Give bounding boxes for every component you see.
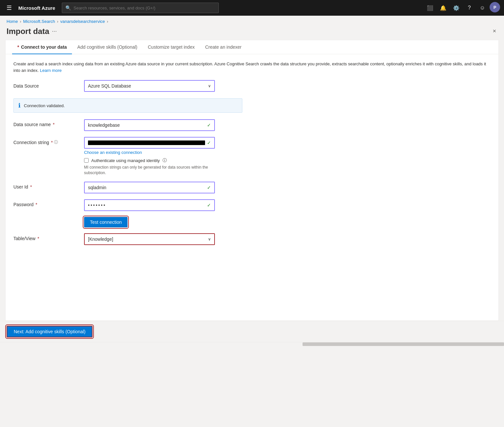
check-icon: ✓: [207, 123, 211, 128]
help-icon[interactable]: ?: [463, 2, 475, 14]
managed-identity-label: Authenticate using managed identity: [91, 158, 160, 163]
scroll-thumb[interactable]: [303, 342, 504, 346]
connection-string-field: ✓ Choose an existing connection Authenti…: [84, 137, 215, 176]
connection-string-row: Connection string * ⓘ ✓ Choose an existi…: [13, 137, 491, 176]
settings-icon[interactable]: ⚙️: [450, 2, 462, 14]
test-connection-row: Test connection: [13, 217, 491, 227]
tab-bar: Connect to your data Add cognitive skill…: [6, 40, 498, 54]
more-options-icon[interactable]: ···: [52, 28, 57, 35]
mi-note: MI connection strings can only be genera…: [84, 165, 208, 176]
footer-bar: Next: Add cognitive skills (Optional): [0, 321, 504, 342]
data-source-dropdown[interactable]: Azure SQL Database ∨: [84, 80, 215, 92]
password-field: ✓: [84, 199, 215, 211]
user-id-field: ✓: [84, 182, 215, 193]
validated-message: Connection validated.: [24, 103, 65, 108]
tab-connect[interactable]: Connect to your data: [12, 41, 72, 54]
breadcrumb-sep-1: ›: [20, 19, 21, 24]
tab-indexer[interactable]: Create an indexer: [200, 41, 247, 54]
data-source-name-field: ✓: [84, 119, 215, 131]
table-view-field: [Knowledge] ∨: [84, 233, 215, 245]
test-connection-button[interactable]: Test connection: [84, 217, 128, 227]
info-icon[interactable]: ⓘ: [54, 140, 58, 145]
breadcrumb: Home › Microsoft.Search › vanarsdelsearc…: [0, 16, 504, 25]
required-marker-4: *: [35, 202, 37, 207]
password-label: Password *: [13, 199, 79, 207]
table-view-arrow-icon: ∨: [208, 237, 211, 241]
data-source-name-row: Data source name * ✓: [13, 119, 491, 131]
breadcrumb-microsoft-search[interactable]: Microsoft.Search: [23, 19, 55, 24]
password-check-icon: ✓: [207, 203, 211, 208]
breadcrumb-sep-2: ›: [57, 19, 58, 24]
user-id-label: User Id *: [13, 182, 79, 189]
password-input[interactable]: [88, 203, 205, 208]
password-row: Password * ✓: [13, 199, 491, 211]
search-box[interactable]: 🔍: [62, 3, 219, 13]
test-connection-wrapper: Test connection: [84, 217, 128, 227]
topbar-icons: ⬛ 🔔 ⚙️ ? ☺ P: [424, 2, 500, 14]
required-marker-5: *: [37, 236, 39, 241]
scroll-area: [0, 342, 504, 346]
info-circle-icon: ℹ: [18, 102, 21, 109]
learn-more-link[interactable]: Learn more: [40, 68, 61, 73]
table-view-dropdown[interactable]: [Knowledge] ∨: [84, 233, 215, 245]
choose-connection-link[interactable]: Choose an existing connection: [84, 150, 142, 155]
data-source-value: Azure SQL Database: [88, 83, 131, 89]
user-id-input[interactable]: [88, 185, 205, 190]
breadcrumb-sep-3: ›: [107, 19, 108, 24]
description: Create and load a search index using dat…: [13, 61, 491, 74]
user-id-input-wrapper: ✓: [84, 182, 215, 193]
topbar: ☰ Microsoft Azure 🔍 ⬛ 🔔 ⚙️ ? ☺ P: [0, 0, 504, 16]
tab-cognitive[interactable]: Add cognitive skills (Optional): [72, 41, 143, 54]
masked-value: [88, 140, 205, 145]
data-source-name-input[interactable]: [88, 123, 205, 128]
user-id-check-icon: ✓: [207, 185, 211, 190]
validated-banner: ℹ Connection validated.: [13, 98, 242, 113]
dropdown-arrow-icon: ∨: [208, 84, 211, 88]
user-id-row: User Id * ✓: [13, 182, 491, 193]
breadcrumb-home[interactable]: Home: [7, 19, 18, 24]
close-icon[interactable]: ×: [491, 26, 497, 36]
main-content: Connect to your data Add cognitive skill…: [5, 40, 499, 321]
required-marker-2: *: [51, 140, 53, 145]
menu-icon[interactable]: ☰: [4, 2, 14, 14]
data-source-label: Data Source: [13, 83, 79, 89]
search-icon: 🔍: [65, 5, 71, 10]
required-marker: *: [53, 122, 54, 127]
managed-identity-info-icon[interactable]: ⓘ: [163, 157, 167, 163]
connection-string-input-wrapper[interactable]: ✓: [84, 137, 215, 149]
managed-identity-checkbox[interactable]: [84, 158, 89, 163]
app-logo: Microsoft Azure: [18, 5, 55, 11]
table-view-row: Table/View * [Knowledge] ∨: [13, 233, 491, 245]
connection-check-icon: ✓: [207, 140, 211, 145]
data-source-name-label: Data source name *: [13, 119, 79, 127]
managed-identity-row: Authenticate using managed identity ⓘ: [84, 157, 215, 163]
search-input[interactable]: [74, 6, 215, 10]
table-view-value: [Knowledge]: [88, 237, 113, 242]
avatar[interactable]: P: [490, 2, 500, 12]
page-header: Import data ··· ×: [0, 25, 504, 40]
breadcrumb-search-service[interactable]: vanarsdelsearchservice: [60, 19, 105, 24]
tab-index[interactable]: Customize target index: [143, 41, 200, 54]
tab-content: Create and load a search index using dat…: [6, 54, 498, 257]
required-marker-3: *: [30, 184, 32, 189]
notifications-icon[interactable]: 🔔: [437, 2, 449, 14]
password-input-wrapper: ✓: [84, 199, 215, 211]
page-title: Import data: [7, 27, 49, 36]
terminal-icon[interactable]: ⬛: [424, 2, 436, 14]
connection-string-label: Connection string * ⓘ: [13, 137, 79, 145]
data-source-row: Data Source Azure SQL Database ∨: [13, 80, 491, 92]
next-button[interactable]: Next: Add cognitive skills (Optional): [7, 326, 93, 337]
data-source-name-input-wrapper: ✓: [84, 119, 215, 131]
feedback-icon[interactable]: ☺: [477, 2, 488, 14]
test-connection-spacer: [13, 217, 79, 220]
table-view-label: Table/View *: [13, 233, 79, 241]
